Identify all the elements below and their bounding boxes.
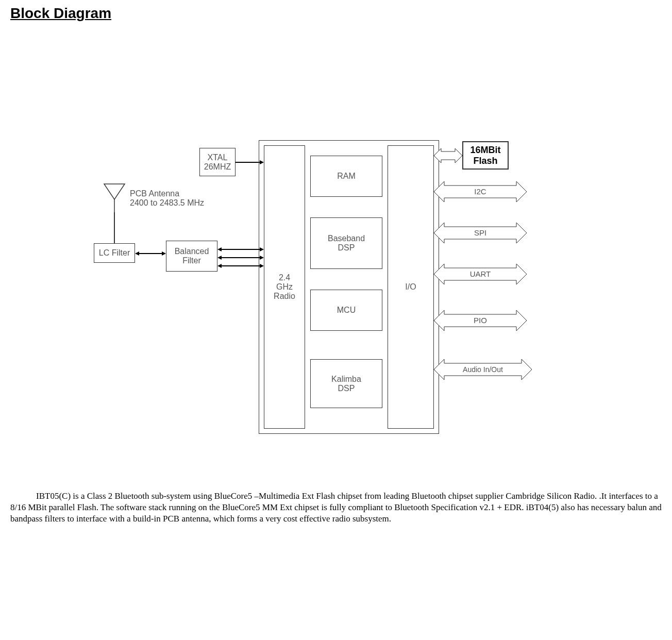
svg-text:PIO: PIO xyxy=(474,316,487,325)
arrow-lc-balanced xyxy=(135,251,166,256)
page-title: Block Diagram xyxy=(10,5,662,22)
arrow-audio: Audio In/Out xyxy=(434,357,532,382)
arrow-bf-radio-3 xyxy=(217,264,264,268)
arrow-bf-radio-2 xyxy=(217,256,264,260)
arrow-bf-radio-1 xyxy=(217,247,264,251)
svg-text:Audio In/Out: Audio In/Out xyxy=(463,365,503,374)
radio-block: 2.4 GHz Radio xyxy=(264,145,305,429)
arrow-uart: UART xyxy=(434,261,527,287)
svg-marker-2 xyxy=(434,148,462,163)
baseband-block: Baseband DSP xyxy=(310,217,382,269)
balanced-filter-block: Balanced Filter xyxy=(166,241,217,272)
lc-filter-block: LC Filter xyxy=(94,243,135,263)
io-block: I/O xyxy=(388,145,434,429)
ram-block: RAM xyxy=(310,156,382,197)
arrow-spi: SPI xyxy=(434,220,527,246)
kalimba-block: Kalimba DSP xyxy=(310,359,382,408)
svg-text:I2C: I2C xyxy=(474,187,486,196)
antenna-label: PCB Antenna 2400 to 2483.5 MHz xyxy=(130,189,204,208)
arrow-pio: PIO xyxy=(434,308,527,333)
block-diagram: PCB Antenna 2400 to 2483.5 MHz LC Filter… xyxy=(78,53,594,439)
svg-text:UART: UART xyxy=(470,270,491,278)
description-paragraph: IBT05(C) is a Class 2 Bluetooth sub-syst… xyxy=(10,491,662,525)
flash-block: 16MBit Flash xyxy=(462,141,509,170)
arrow-i2c: I2C xyxy=(434,179,527,205)
svg-text:SPI: SPI xyxy=(474,228,486,237)
antenna-line xyxy=(114,212,115,243)
mcu-block: MCU xyxy=(310,290,382,331)
antenna-icon xyxy=(102,181,127,212)
svg-marker-0 xyxy=(104,184,125,199)
xtal-block: XTAL 26MHZ xyxy=(199,148,236,176)
arrow-io-flash xyxy=(434,145,462,166)
